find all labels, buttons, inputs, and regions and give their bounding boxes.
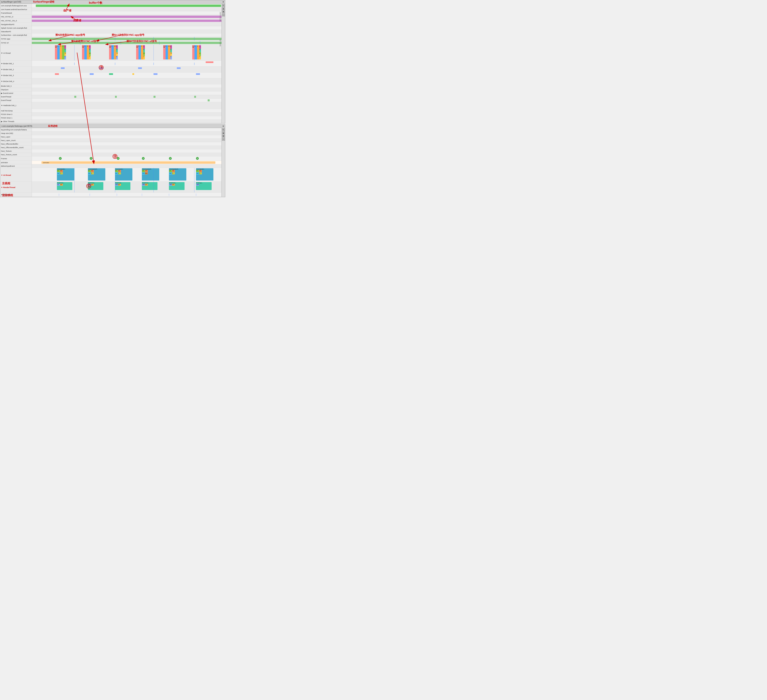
vsync-on0-bar (32, 19, 225, 22)
track-label-dispsync: DispSync (0, 88, 32, 91)
track-bq-pending: bq:pending:com.example.fluttera (0, 128, 225, 132)
track-content-vsync-on0 (32, 19, 225, 22)
app-scroll-down[interactable]: ▼ (222, 135, 225, 137)
app-scroll-expand[interactable]: ↔ (222, 138, 225, 141)
track-label-surfaceview: SurfaceView – com.example.flutt (0, 33, 32, 37)
track-surfaceview: SurfaceView – com.example.flutt (0, 33, 225, 37)
track-content-sync-app (32, 37, 225, 41)
track-content-statusbar (32, 30, 225, 33)
b3-bar2 (90, 73, 94, 75)
app-process-label: 应用进程 (48, 124, 57, 128)
sf-process-header: surfaceflinger (pid 548) SurfaceFlinger进… (0, 0, 225, 4)
track-label-deliver-input: deliverInputEvent (0, 164, 32, 168)
track-label-hwui-layer-count: hwui_Layer_count: (0, 138, 32, 142)
seg2-bi: bi (89, 56, 91, 59)
b1-bar2 (115, 63, 115, 65)
b3-bar1 (55, 73, 59, 75)
seg4-p: p... (143, 45, 145, 49)
choreo-block-4: ChoreographerR... ani trav... draw dra..… (142, 168, 159, 181)
seg4-stack: p... H... pre bi (143, 45, 145, 59)
track-splash: Splash Screen com.example.flutt (0, 26, 225, 30)
track-content-binder1 (32, 60, 225, 66)
seg4-pre: pre (143, 52, 145, 56)
app-scrollbar[interactable]: ↖ ▲ ▼ ↔ (221, 128, 225, 197)
track-vsync-on0: HW_VSYNC_ON_0: (0, 19, 225, 23)
seg6-h2: H... (199, 49, 201, 52)
track-content-render-thread: DrawFrame... sgl... que... DrawFrame... … (32, 182, 225, 192)
track-huawei: com.huawei.android.launcher/cor (0, 8, 225, 11)
seg4-d: p... (141, 45, 143, 59)
sync-vline-4 (194, 37, 194, 41)
ui-vline-1 (74, 45, 75, 60)
rt-vline-2 (115, 182, 115, 192)
app-process-panel: • com.example.flutterapp (pid 9978) 应用进程… (0, 124, 225, 197)
track-label-other-threads: ▶ Other Threads (0, 120, 32, 123)
track-label-huawei: com.huawei.android.launcher/cor (0, 8, 32, 11)
track-content-posix1 (32, 116, 225, 119)
track-ui-thread-sf: ▼ UI thread handleMe s... d... on p... H… (0, 45, 225, 60)
track-deliver-input: deliverInputEvent (0, 164, 225, 168)
track-posix0: POSIX timer 0 (0, 113, 225, 116)
seg3-stack: p... H... HD bi (116, 45, 118, 59)
b2-bar4 (177, 67, 181, 69)
et1-bar2 (115, 96, 117, 98)
track-mali: mali-hist-dump (0, 109, 225, 113)
track-content-surfaceview (32, 33, 225, 37)
app-scroll-cursor[interactable]: ↖ (222, 128, 225, 131)
b1-bar1 (74, 63, 75, 65)
seg4-h: handleMe (136, 45, 138, 59)
track-content-navbar (32, 23, 225, 26)
track-label-ui-thread-app: ▼ UI thread (0, 168, 32, 181)
sf-scroll-down[interactable]: ▼ (222, 11, 225, 13)
track-hwui-layer: hwui_Layer: (0, 135, 225, 138)
track-binder3: ▼ Binder:548_3 (0, 73, 225, 78)
track-label-hwui-texture: hwui_Texture: (0, 150, 32, 153)
sf-close-btn[interactable]: ✕ (222, 1, 224, 3)
app-ui-vline-2 (115, 168, 115, 181)
b1-small (206, 61, 213, 63)
track-label-vsync-on0: HW_VSYNC_ON_0: (0, 19, 32, 22)
app-process-title: • com.example.flutterapp (pid 9978) (1, 125, 32, 127)
surfaceflinger-panel: surfaceflinger (pid 548) SurfaceFlinger进… (0, 0, 225, 123)
app-scroll-up[interactable]: ▲ (222, 132, 225, 134)
buffer-count-bar (36, 5, 221, 7)
track-navbar: NavigationBar#0: (0, 23, 225, 26)
seg4-bi: bi (143, 56, 145, 59)
track-label-navbar: NavigationBar#0: (0, 23, 32, 26)
seg2-p: p... (89, 45, 91, 49)
ui-block-4: handleMe s... p... p... H... pre bi (136, 45, 156, 59)
app-process-header: • com.example.flutterapp (pid 9978) 应用进程… (0, 124, 225, 128)
track-content-ui-thread-sf: handleMe s... d... on p... H... HD bi (32, 45, 225, 60)
track-content-sync-sf (32, 41, 225, 45)
track-content-binder4 (32, 78, 225, 84)
track-label-splash: Splash Screen com.example.flutt (0, 26, 32, 30)
track-label-hwui-offscreen-count: hwui_OffscreenBuffer_count: (0, 146, 32, 149)
sf-scrollbar[interactable]: ↖ ▲ ▼ ↔ (221, 4, 225, 123)
track-heap: Heap size (KB): (0, 132, 225, 135)
track-label-framemissed: FrameMissed: (0, 11, 32, 14)
b1-bar4 (194, 63, 194, 65)
b2-bar2 (99, 67, 103, 69)
track-content-framemissed (32, 11, 225, 14)
seg-handlem: handleMe (55, 45, 57, 59)
sf-scroll-cursor[interactable]: ↖ (222, 4, 225, 7)
track-label-hwui-texture-count: hwui_Texture_count: (0, 153, 32, 156)
sf-scroll-expand[interactable]: ↔ (222, 14, 225, 16)
sf-scroll-up[interactable]: ▲ (222, 7, 225, 10)
seg2-stack: p... H... pre bi (89, 45, 91, 59)
track-hwui-layer-count: hwui_Layer_count: (0, 138, 225, 142)
choreo-block-3: Choreographe... ani trav... draw d... (115, 168, 132, 181)
seg6-pre: pr... (199, 52, 201, 56)
track-content-ui-thread-app: Choreographe... ani trav... draw d... Ch… (32, 168, 225, 181)
track-frames: Frames F F F F F F (0, 156, 225, 161)
app-close-btn[interactable]: ✕ (222, 125, 224, 127)
track-label-animator: animator (0, 161, 32, 164)
b3-bar5 (154, 73, 158, 75)
track-content-huawei (32, 8, 225, 11)
sync-sf-vline-2 (121, 41, 121, 45)
seg5-h2: H... (170, 49, 172, 52)
vsync0-bar (32, 16, 225, 18)
track-content-deliver-input (32, 164, 225, 168)
track-content-hwui-layer-count (32, 138, 225, 142)
track-label-hwui-task: ▼ hwuiTask1 (0, 192, 32, 197)
